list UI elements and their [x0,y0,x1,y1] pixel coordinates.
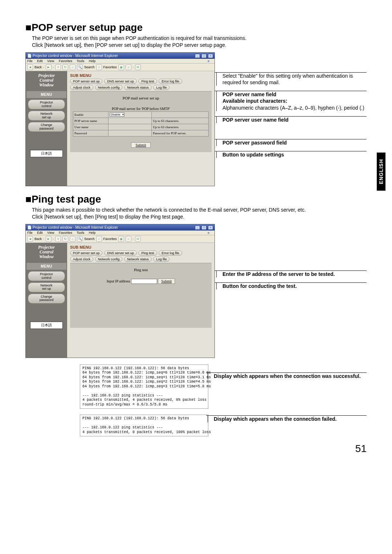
menu-view[interactable]: View [47,59,54,63]
ann-user-name: POP server user name field [216,116,367,123]
history-icon[interactable]: ☼ [126,64,131,70]
ie-logo-icon: e [208,59,209,63]
sidebar-language-button[interactable]: 日本語 [30,150,63,157]
enable-dropdown[interactable]: Disable [110,113,124,117]
submit-button[interactable]: Submit [131,142,151,148]
password-input[interactable] [108,130,151,136]
home-icon[interactable]: ⌂ [70,64,75,70]
ann-password: POP server password field [216,139,367,146]
ie-titlebar: 📄 Projector control window - Microsoft I… [26,224,215,231]
submenu-head: SUB MENU [70,245,212,249]
ping-output-success: PING 192.168.0.122 (192.168.0.122): 56 d… [80,364,208,409]
pop-screenshot: 📄 Projector control window - Microsoft I… [25,52,215,186]
back-icon[interactable]: ◄ [27,236,33,242]
menu-edit[interactable]: Edit [37,59,43,63]
server-name-input[interactable] [108,118,151,124]
media-icon[interactable]: ◉ [118,236,124,242]
forward-icon[interactable]: ► [46,64,52,70]
menu-help[interactable]: Help [89,59,96,63]
tab-dns-server[interactable]: DNS server set up [104,250,137,256]
sidebar-item-network-setup[interactable]: Networkset up [28,282,65,292]
menu-help[interactable]: Help [89,231,96,235]
tab-ping-test[interactable]: Ping test [138,79,157,84]
ip-address-label: Input IP address [107,279,130,283]
sidebar-menu-head: MENU [26,91,66,98]
sidebar-item-network-setup[interactable]: Networkset up [28,111,65,121]
favorites-star-icon[interactable]: ☆ [96,64,102,70]
sidebar: ProjectorControlWindow MENU Projectorcon… [26,243,67,358]
sidebar-logo: ProjectorControlWindow [26,73,66,88]
mail-icon[interactable]: ✉ [135,64,141,70]
search-icon[interactable]: 🔍 [77,236,83,242]
tab-pop-server[interactable]: POP server set up [70,250,102,256]
minimize-icon[interactable]: _ [195,225,200,230]
close-icon[interactable]: × [208,225,213,230]
stop-icon[interactable]: × [55,236,61,242]
tab-dns-server[interactable]: DNS server set up [104,79,137,84]
ping-submit-button[interactable]: Submit [158,278,175,284]
minimize-icon[interactable]: _ [195,54,200,58]
ping-heading: ■Ping test page [25,194,367,205]
maximize-icon[interactable]: □ [201,225,207,230]
ie-menubar: File Edit View Favorites Tools Help e [26,231,215,235]
table-row: Enable Disable [73,111,209,118]
ie-titlebar: 📄 Projector control window - Microsoft I… [26,53,215,59]
tab-pop-server[interactable]: POP server set up [70,79,102,84]
password-label: Password [73,130,109,136]
menu-edit[interactable]: Edit [37,231,43,235]
tab-network-config[interactable]: Network config [95,85,123,90]
window-controls: _ □ × [195,53,213,58]
sidebar-logo: ProjectorControlWindow [26,245,66,260]
refresh-icon[interactable]: ↻ [62,236,68,242]
tab-ping-test[interactable]: Ping test [138,250,157,256]
tab-log-file[interactable]: Log file [153,85,170,90]
tab-error-log[interactable]: Error log file [159,79,182,84]
tab-network-config[interactable]: Network config [95,257,123,262]
refresh-icon[interactable]: ↻ [62,64,68,70]
menu-view[interactable]: View [47,231,54,235]
sidebar-item-change-password[interactable]: Changepassword [28,294,65,304]
menu-file[interactable]: File [27,59,33,63]
forward-icon[interactable]: ► [46,236,52,242]
ie-menubar: File Edit View Favorites Tools Help e [26,59,215,64]
ie-logo-icon: e [208,231,209,235]
tab-adjust-clock[interactable]: Adjust clock [70,257,93,262]
user-name-input[interactable] [108,124,151,130]
tab-network-status[interactable]: Network status [124,85,152,90]
tab-error-log[interactable]: Error log file [159,250,182,256]
submenu-head: SUB MENU [70,73,212,78]
tab-adjust-clock[interactable]: Adjust clock [70,85,93,90]
menu-tools[interactable]: Tools [77,59,84,63]
home-icon[interactable]: ⌂ [70,236,75,242]
history-icon[interactable]: ☼ [126,236,131,242]
pop-form-table: Enable Disable POP server name Up to 63 … [73,111,209,137]
content-area: SUB MENU POP server set up DNS server se… [67,243,215,358]
ping-screenshot: 📄 Projector control window - Microsoft I… [25,224,215,358]
sidebar-language-button[interactable]: 日本語 [30,322,63,329]
ann-server-name: POP server name field Available input ch… [216,91,367,111]
search-icon[interactable]: 🔍 [77,64,83,70]
maximize-icon[interactable]: □ [201,54,207,58]
table-row: Password Password for POP server. [73,130,209,136]
sidebar-item-projector-control[interactable]: Projectorcontrol [28,271,65,281]
sidebar-item-change-password[interactable]: Changepassword [28,122,65,132]
menu-tools[interactable]: Tools [77,231,84,235]
media-icon[interactable]: ◉ [118,64,124,70]
back-icon[interactable]: ◄ [27,64,33,70]
mail-icon[interactable]: ✉ [135,236,141,242]
ann-fail-display: Display which appears when the connectio… [208,415,367,422]
menu-favorites[interactable]: Favorites [59,59,72,63]
ip-address-input[interactable] [131,279,157,284]
pop-intro: The POP server is set on this page when … [32,35,367,49]
favorites-star-icon[interactable]: ☆ [96,236,102,242]
tab-network-status[interactable]: Network status [124,257,152,262]
stop-icon[interactable]: × [55,64,61,70]
tab-log-file[interactable]: Log file [153,257,170,262]
ping-panel-title: Ping test [73,268,209,272]
ann-button-update: Button to update settings [216,151,367,158]
menu-file[interactable]: File [27,231,33,235]
close-icon[interactable]: × [208,54,213,58]
sidebar-item-projector-control[interactable]: Projectorcontrol [28,99,65,109]
window-controls: _ □ × [195,225,213,230]
menu-favorites[interactable]: Favorites [59,231,72,235]
